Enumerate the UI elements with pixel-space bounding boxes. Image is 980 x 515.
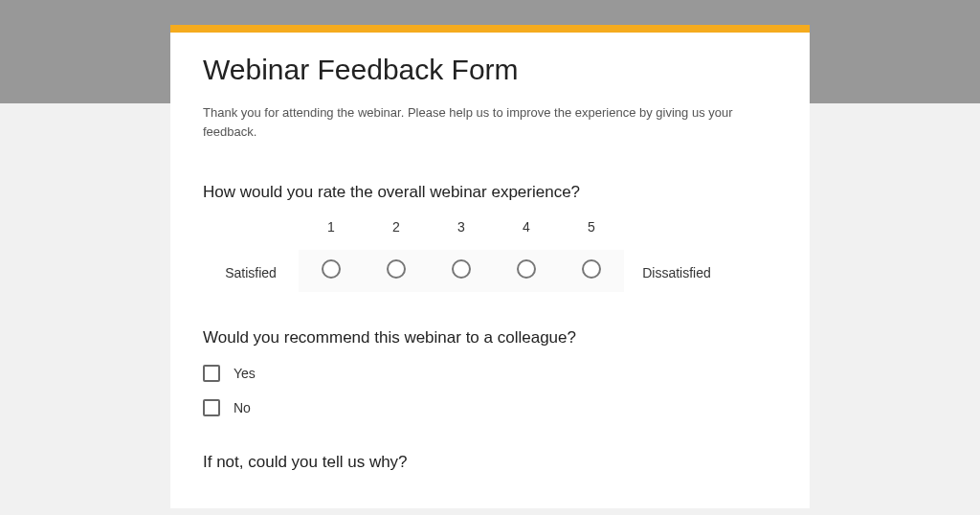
checkbox-yes[interactable] <box>203 365 220 382</box>
checkbox-label-no: No <box>234 400 251 415</box>
scale-number-3: 3 <box>429 219 494 250</box>
question-title: How would you rate the overall webinar e… <box>203 183 777 202</box>
scale-number-4: 4 <box>494 219 559 250</box>
radio-rating-2[interactable] <box>387 259 406 279</box>
scale-number-2: 2 <box>364 219 429 250</box>
scale-number-1: 1 <box>299 219 364 250</box>
radio-rating-3[interactable] <box>452 259 471 279</box>
radio-rating-4[interactable] <box>517 259 536 279</box>
question-rating: How would you rate the overall webinar e… <box>203 183 777 292</box>
checkbox-row-yes: Yes <box>203 365 777 382</box>
scale-low-label: Satisfied <box>203 265 299 292</box>
radio-rating-5[interactable] <box>582 259 601 279</box>
checkbox-label-yes: Yes <box>234 366 256 381</box>
question-title: Would you recommend this webinar to a co… <box>203 328 777 347</box>
checkbox-no[interactable] <box>203 399 220 416</box>
question-why-not: If not, could you tell us why? <box>203 453 777 472</box>
scale-number-5: 5 <box>559 219 624 250</box>
radio-rating-1[interactable] <box>322 259 341 279</box>
form-description: Thank you for attending the webinar. Ple… <box>203 103 777 141</box>
form-title: Webinar Feedback Form <box>203 54 777 86</box>
question-recommend: Would you recommend this webinar to a co… <box>203 328 777 416</box>
question-title: If not, could you tell us why? <box>203 453 777 472</box>
checkbox-row-no: No <box>203 399 777 416</box>
form-card: Webinar Feedback Form Thank you for atte… <box>170 25 810 508</box>
scale-high-label: Dissatisfied <box>624 265 729 292</box>
